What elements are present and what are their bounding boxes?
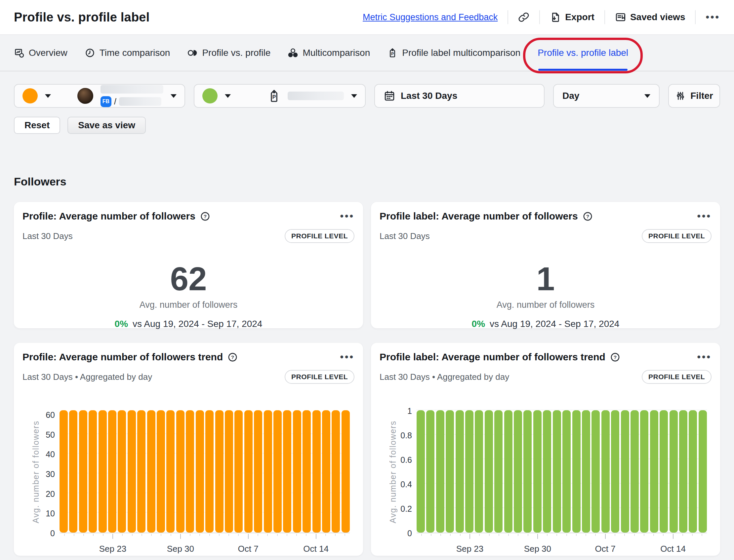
help-icon[interactable]: ? <box>227 352 238 362</box>
label-entity-dropdown[interactable]: P <box>268 89 357 103</box>
stat-caption: Avg. number of followers <box>497 300 595 310</box>
chevron-down-icon <box>171 94 177 98</box>
tab-profile-label-multicomparison[interactable]: P Profile label multicomparison <box>387 35 520 71</box>
y-tick-label: 30 <box>46 470 55 478</box>
y-tick-label: 0.8 <box>400 431 412 440</box>
tab-time-comparison[interactable]: Time comparison <box>85 35 170 71</box>
x-tick-label: Oct 14 <box>660 544 686 554</box>
bar <box>215 410 224 533</box>
page-title: Profile vs. profile label <box>14 10 149 24</box>
profile-color-dropdown[interactable] <box>22 88 51 103</box>
bar <box>670 410 678 533</box>
y-tick-label: 0 <box>50 529 55 538</box>
app-header: Profile vs. profile label Metric Suggest… <box>0 0 734 35</box>
filter-button[interactable]: Filter <box>668 84 720 108</box>
card-menu-button[interactable]: ••• <box>697 211 712 221</box>
cards-grid: Profile: Average number of followers ? •… <box>14 202 720 556</box>
trend-card-profile-label: Profile label: Average number of followe… <box>371 343 720 556</box>
x-tick-label: Oct 14 <box>303 544 329 554</box>
bar <box>417 410 425 533</box>
saved-views-icon <box>615 12 626 23</box>
profile-selector[interactable]: FB / <box>14 84 185 108</box>
multicomparison-icon <box>288 48 298 58</box>
stat-card-profile-label: Profile label: Average number of followe… <box>371 202 720 328</box>
bar <box>254 410 262 533</box>
tab-label: Overview <box>29 48 67 58</box>
profile-color-swatch <box>22 88 38 103</box>
save-as-view-button[interactable]: Save as view <box>67 117 146 134</box>
bar <box>446 410 454 533</box>
bar <box>176 410 184 533</box>
bar <box>108 410 116 533</box>
bar <box>273 410 282 533</box>
reset-button[interactable]: Reset <box>14 117 60 134</box>
bar <box>225 410 233 533</box>
bar <box>303 410 311 533</box>
bar <box>640 410 648 533</box>
bar <box>342 410 350 533</box>
divider <box>604 10 605 24</box>
help-icon[interactable]: ? <box>610 352 620 362</box>
card-menu-button[interactable]: ••• <box>340 211 354 221</box>
bar <box>137 410 145 533</box>
bar-chart-profile: Avg. number of followers 0102030405060 S… <box>22 411 354 560</box>
bar <box>601 410 610 533</box>
y-axis: 00.20.40.60.81 <box>380 411 412 533</box>
bar <box>196 410 204 533</box>
filter-row: FB / P <box>14 84 720 108</box>
bar <box>456 410 464 533</box>
comparison-period: vs Aug 19, 2024 - Sep 17, 2024 <box>133 319 262 329</box>
bar <box>504 410 512 533</box>
header-more-button[interactable]: ••• <box>706 12 720 22</box>
tab-overview[interactable]: Overview <box>14 35 67 71</box>
tab-label: Multicomparison <box>303 48 370 58</box>
card-menu-button[interactable]: ••• <box>697 352 712 362</box>
copy-link-button[interactable] <box>518 12 529 23</box>
bar <box>293 410 301 533</box>
bar <box>264 410 272 533</box>
y-tick-label: 50 <box>46 430 55 439</box>
granularity-dropdown[interactable]: Day <box>553 84 660 108</box>
chevron-down-icon <box>45 94 51 98</box>
card-menu-button[interactable]: ••• <box>340 352 354 362</box>
bar <box>523 410 532 533</box>
x-axis: Sep 23Sep 30Oct 7Oct 14 <box>60 533 350 560</box>
separator-text: / <box>114 97 116 106</box>
bar <box>543 410 551 533</box>
bar <box>621 410 629 533</box>
profile-entity-dropdown[interactable]: FB / <box>77 85 177 107</box>
profile-level-badge: PROFILE LEVEL <box>285 229 354 243</box>
clock-icon <box>85 48 95 58</box>
calendar-icon <box>384 90 395 102</box>
bar <box>157 410 165 533</box>
bar <box>234 410 243 533</box>
profile-label-selector[interactable]: P <box>194 84 366 108</box>
y-tick-label: 0.6 <box>400 456 412 464</box>
tab-profile-vs-profile-label[interactable]: Profile vs. profile label <box>538 35 628 71</box>
redacted-text <box>119 97 161 106</box>
bar-chart-profile-label: Avg. number of followers 00.20.40.60.81 … <box>380 411 712 560</box>
saved-views-label: Saved views <box>630 12 685 22</box>
profile-label-tag-icon: P <box>387 48 398 58</box>
bar-series <box>417 411 707 533</box>
tab-profile-vs-profile[interactable]: Profile vs. profile <box>187 35 270 71</box>
bar <box>99 410 107 533</box>
label-color-dropdown[interactable] <box>202 88 231 103</box>
saved-views-button[interactable]: Saved views <box>615 12 685 23</box>
bar <box>660 410 668 533</box>
plot-area <box>60 411 350 533</box>
export-button[interactable]: Export <box>550 12 594 23</box>
svg-text:?: ? <box>204 213 207 219</box>
help-icon[interactable]: ? <box>200 211 210 221</box>
bar <box>69 410 77 533</box>
tab-multicomparison[interactable]: Multicomparison <box>288 35 370 71</box>
date-range-picker[interactable]: Last 30 Days <box>374 84 545 108</box>
svg-text:P: P <box>391 52 394 56</box>
card-title: Profile: Average number of followers <box>22 211 195 222</box>
bar <box>60 410 68 533</box>
help-icon[interactable]: ? <box>583 211 593 221</box>
profile-level-badge: PROFILE LEVEL <box>642 370 712 384</box>
facebook-badge: FB <box>101 96 111 107</box>
granularity-value: Day <box>562 91 579 101</box>
metric-suggestions-link[interactable]: Metric Suggestions and Feedback <box>363 12 498 22</box>
